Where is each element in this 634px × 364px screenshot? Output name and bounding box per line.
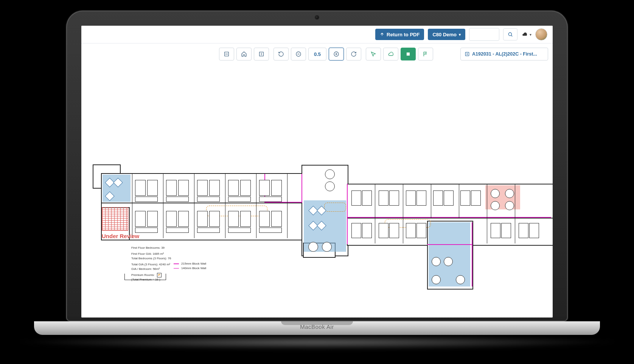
laptop-frame: Return to PDF C80 Demo ▾ ▾ (66, 11, 568, 321)
search-icon (508, 32, 513, 37)
laptop-hinge: MacBook Air (34, 321, 600, 335)
zoom-out-button[interactable] (291, 48, 306, 60)
expand-icon (465, 51, 470, 57)
annotation-stamp[interactable]: Under Review (102, 233, 139, 239)
revision-cloud (324, 203, 346, 212)
markup-hatch (102, 207, 128, 231)
cloud-icon (521, 32, 528, 37)
camera-icon (315, 16, 319, 19)
fit-width-button[interactable] (219, 48, 234, 60)
zoom-value[interactable]: 0.5 (308, 48, 326, 60)
return-label: Return to PDF (387, 32, 420, 37)
pointer-tool[interactable] (366, 48, 381, 60)
upload-icon (380, 32, 384, 37)
rotate-left-button[interactable] (273, 48, 289, 60)
chevron-down-icon: ▾ (459, 33, 461, 37)
search-input[interactable] (469, 28, 499, 41)
laptop-base-shadow (11, 334, 623, 349)
zoom-in-button[interactable] (329, 48, 344, 60)
return-to-pdf-button[interactable]: Return to PDF (375, 29, 424, 40)
wall-key: 215mm Block Wall 140mm Block Wall (174, 262, 206, 271)
svg-point-0 (508, 33, 511, 36)
project-dropdown[interactable]: C80 Demo ▾ (428, 29, 465, 40)
avatar[interactable] (535, 28, 547, 40)
flag-tool[interactable] (418, 48, 433, 60)
rotate-right-button[interactable] (346, 48, 361, 60)
svg-rect-5 (407, 53, 410, 56)
viewer-toolbar: 0.5 (81, 43, 553, 65)
device-label: MacBook Air (34, 324, 600, 330)
search-button[interactable] (503, 28, 517, 40)
home-button[interactable] (236, 48, 252, 60)
fit-page-button[interactable] (254, 48, 269, 60)
project-label: C80 Demo (432, 32, 457, 37)
drawing-selector[interactable]: A192031 - AL(2)202C - First... (460, 48, 548, 60)
rectangle-tool[interactable] (401, 48, 416, 60)
app-screen: Return to PDF C80 Demo ▾ ▾ (81, 26, 553, 318)
floor-plan: Under Review First Floor Bedrooms: 39 Fi… (93, 166, 541, 302)
chevron-down-icon: ▾ (530, 33, 531, 37)
drawing-canvas[interactable]: Under Review First Floor Bedrooms: 39 Fi… (81, 64, 553, 318)
cloud-markup-tool[interactable] (383, 48, 398, 60)
top-bar: Return to PDF C80 Demo ▾ ▾ (81, 26, 553, 43)
notifications-menu[interactable]: ▾ (521, 32, 531, 37)
drawing-label: A192031 - AL(2)202C - First... (472, 51, 537, 57)
